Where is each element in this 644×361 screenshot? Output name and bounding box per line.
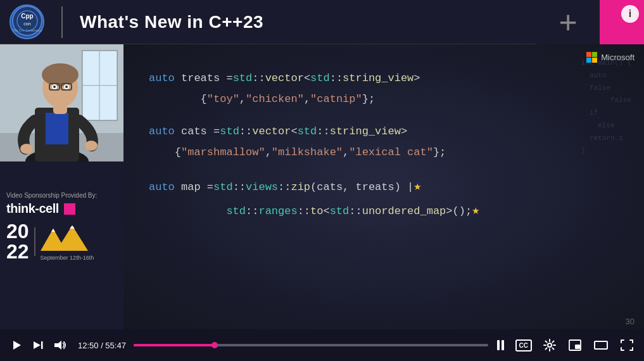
sponsor-label: Video Sponsorship Provided By: xyxy=(6,192,117,199)
year-bottom: 22 xyxy=(6,241,29,262)
svg-point-35 xyxy=(548,343,552,347)
speaker-panel: Sy Brand Video Sponsorship Provided By: … xyxy=(0,44,123,329)
kw-std-7: std xyxy=(330,203,350,221)
svg-marker-29 xyxy=(51,229,55,232)
mini-player-button[interactable] xyxy=(567,338,583,352)
svg-marker-32 xyxy=(34,341,41,349)
play-button[interactable] xyxy=(9,338,23,352)
think-cell-logo: think-cell xyxy=(6,201,117,216)
year-top: 20 xyxy=(6,221,29,241)
slide-number: 30 xyxy=(626,317,635,326)
code-line-3-1: auto map = std :: views :: zip (cats, tr… xyxy=(149,176,619,198)
code-line-3-2: std :: ranges :: to < std :: unordered_m… xyxy=(149,200,619,222)
volume-button[interactable] xyxy=(53,338,68,352)
svg-point-17 xyxy=(42,63,79,86)
code-line-1-1: auto treats = std :: vector < std :: str… xyxy=(149,70,619,88)
mountain-logo: September 12th-16th xyxy=(41,222,94,261)
main-container: Cpp con The C++ Conference What's New in… xyxy=(0,0,644,361)
svg-text:con: con xyxy=(23,22,30,26)
svg-rect-33 xyxy=(41,341,43,349)
logo-section: Cpp con The C++ Conference What's New in… xyxy=(0,4,273,39)
svg-point-25 xyxy=(20,144,33,154)
pink-corner xyxy=(600,0,644,44)
info-icon: i xyxy=(629,8,631,20)
kw-std-1: std xyxy=(233,70,253,88)
kw-ranges: ranges xyxy=(258,203,297,221)
plus-button-area[interactable]: + xyxy=(536,0,600,44)
microsoft-label: Microsoft xyxy=(601,53,635,62)
kw-vector-2: vector xyxy=(252,123,291,141)
svg-rect-10 xyxy=(82,51,117,120)
str-catnip: "catnip" xyxy=(310,91,362,109)
code-line-2-2: { "marshmallow" , "milkshake" , "lexical… xyxy=(149,144,619,162)
info-button[interactable]: i xyxy=(621,5,639,23)
year-divider xyxy=(34,227,35,256)
svg-text:The C++ Conference: The C++ Conference xyxy=(12,28,42,32)
kw-std-3: std xyxy=(220,123,239,141)
str-milkshake: "milkshake" xyxy=(272,144,343,162)
svg-text:Cpp: Cpp xyxy=(21,13,33,20)
pause-button[interactable] xyxy=(496,339,505,352)
event-date: September 12th-16th xyxy=(41,255,94,261)
kw-views: views xyxy=(246,179,278,197)
code-block-1: auto treats = std :: vector < std :: str… xyxy=(149,70,619,109)
captions-button[interactable]: CC xyxy=(515,339,532,352)
content-area: Sy Brand Video Sponsorship Provided By: … xyxy=(0,44,644,329)
kw-std-5: std xyxy=(213,179,233,197)
kw-zip: zip xyxy=(291,179,310,197)
microsoft-logo: Microsoft xyxy=(586,52,635,63)
svg-rect-14 xyxy=(46,113,68,144)
svg-marker-30 xyxy=(70,225,75,229)
controls-bar: 12:50 / 55:47 CC xyxy=(0,329,644,361)
kw-std-4: std xyxy=(298,123,317,141)
year-section: 20 22 xyxy=(6,221,117,262)
svg-marker-28 xyxy=(56,225,88,251)
header-divider xyxy=(61,6,63,38)
sponsor-section: Video Sponsorship Provided By: think-cel… xyxy=(0,187,123,329)
cppcon-logo: Cpp con The C++ Conference xyxy=(9,4,44,39)
code-block-3: auto map = std :: views :: zip (cats, tr… xyxy=(149,176,619,222)
progress-filled xyxy=(134,344,215,346)
code-slide: int main() { auto false false if else re… xyxy=(123,44,644,329)
code-line-2-1: auto cats = std :: vector < std :: strin… xyxy=(149,123,619,141)
star-1: ★ xyxy=(414,176,421,198)
kw-string-view-1: string_view xyxy=(343,70,414,88)
settings-button[interactable] xyxy=(542,338,557,353)
right-controls: CC xyxy=(496,338,635,353)
plus-icon: + xyxy=(559,6,577,38)
think-cell-icon xyxy=(64,203,75,215)
code-block-2: auto cats = std :: vector < std :: strin… xyxy=(149,123,619,162)
fullscreen-button[interactable] xyxy=(619,338,635,352)
progress-track[interactable] xyxy=(134,344,488,346)
kw-auto-1: auto xyxy=(149,70,175,88)
str-chicken: "chicken" xyxy=(246,91,304,109)
kw-unordered-map: unordered_map xyxy=(362,203,446,221)
str-toy: "toy" xyxy=(207,91,239,109)
kw-auto-3: auto xyxy=(149,179,175,197)
theater-button[interactable] xyxy=(593,338,609,352)
ms-grid-icon xyxy=(586,52,597,63)
progress-dot xyxy=(212,342,218,348)
think-cell-name: think-cell xyxy=(6,201,59,215)
year-display: 20 22 xyxy=(6,221,29,262)
str-lexical-cat: "lexical cat" xyxy=(349,144,433,162)
kw-std-2: std xyxy=(310,70,330,88)
svg-marker-34 xyxy=(54,341,61,350)
svg-rect-38 xyxy=(595,341,607,349)
kw-to: to xyxy=(310,203,323,221)
skip-next-button[interactable] xyxy=(31,338,45,352)
top-bar: Cpp con The C++ Conference What's New in… xyxy=(0,0,644,44)
kw-auto-2: auto xyxy=(149,123,175,141)
kw-vector-1: vector xyxy=(265,70,304,88)
svg-point-26 xyxy=(85,141,98,151)
svg-point-24 xyxy=(65,86,68,88)
svg-point-23 xyxy=(53,86,56,88)
code-content: auto treats = std :: vector < std :: str… xyxy=(149,70,619,317)
str-marshmallow: "marshmallow" xyxy=(181,144,265,162)
star-2: ★ xyxy=(472,200,479,222)
code-line-1-2: { "toy" , "chicken" , "catnip" }; xyxy=(149,91,619,109)
kw-string-view-2: string_view xyxy=(330,123,401,141)
speaker-video: Sy Brand xyxy=(0,44,123,162)
time-display: 12:50 / 55:47 xyxy=(78,341,126,350)
svg-rect-37 xyxy=(575,345,580,349)
